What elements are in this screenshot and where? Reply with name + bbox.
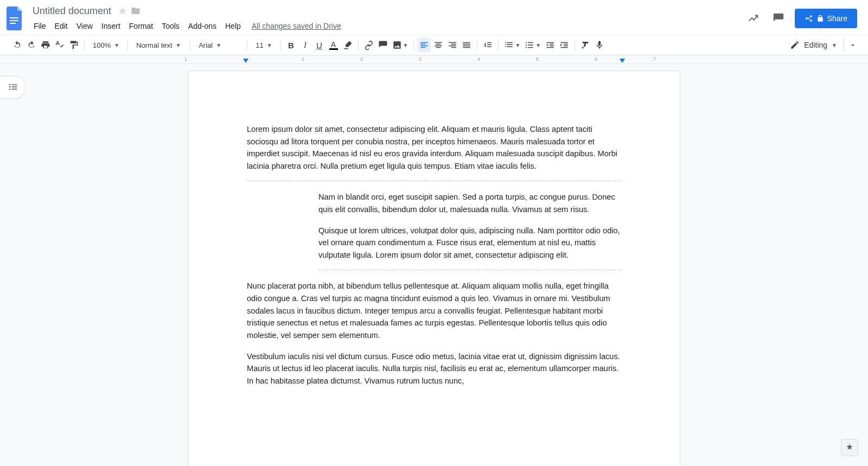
explore-button[interactable] xyxy=(841,439,858,456)
outdent-button[interactable] xyxy=(544,38,557,52)
separator xyxy=(477,40,477,50)
ruler-tick: 7 xyxy=(653,56,656,62)
chevron-down-icon: ▼ xyxy=(832,42,837,48)
style-select[interactable]: Normal text▼ xyxy=(132,38,186,52)
section-break xyxy=(318,270,621,270)
comments-icon[interactable] xyxy=(770,10,787,27)
numbered-list-button[interactable]: ▼ xyxy=(502,38,522,52)
separator xyxy=(84,40,85,50)
align-right-button[interactable] xyxy=(446,38,459,52)
font-select[interactable]: Arial▼ xyxy=(194,38,243,52)
folder-icon[interactable] xyxy=(131,6,141,16)
menubar: File Edit View Insert Format Tools Add-o… xyxy=(29,18,745,34)
workspace: 1 1 2 3 4 5 6 7 Lorem ipsum dolor sit am… xyxy=(0,55,868,466)
ruler-tick: 1 xyxy=(302,56,304,62)
chevron-down-icon: ▼ xyxy=(515,42,520,48)
header-right: Share xyxy=(745,9,864,28)
svg-rect-2 xyxy=(10,23,16,24)
link-button[interactable] xyxy=(362,38,375,52)
svg-point-5 xyxy=(526,44,527,46)
menu-format[interactable]: Format xyxy=(125,20,157,33)
ruler-tick: 1 xyxy=(184,56,187,62)
bulleted-list-button[interactable]: ▼ xyxy=(523,38,542,52)
chevron-down-icon: ▼ xyxy=(114,42,119,48)
separator xyxy=(127,40,128,50)
paragraph[interactable]: Quisque ut lorem ultrices, volutpat dolo… xyxy=(318,225,621,261)
ruler-tick: 6 xyxy=(595,56,597,62)
outline-toggle[interactable] xyxy=(0,76,26,99)
section-break xyxy=(247,181,621,181)
separator xyxy=(358,40,359,50)
ruler[interactable]: 1 1 2 3 4 5 6 7 xyxy=(0,55,868,64)
paragraph[interactable]: Vestibulum iaculis nisi vel dictum cursu… xyxy=(247,350,621,387)
paragraph[interactable]: Nunc placerat porta nibh, at bibendum te… xyxy=(247,280,621,341)
indent-button[interactable] xyxy=(558,38,571,52)
print-button[interactable] xyxy=(39,38,52,52)
docs-logo[interactable] xyxy=(4,4,26,33)
chevron-down-icon: ▼ xyxy=(176,42,181,48)
indent-marker-right[interactable] xyxy=(620,59,625,63)
svg-rect-1 xyxy=(10,20,18,21)
undo-button[interactable] xyxy=(11,38,24,52)
paragraph[interactable]: Lorem ipsum dolor sit amet, consectetur … xyxy=(247,123,621,172)
highlight-button[interactable] xyxy=(341,38,354,52)
toolbar: 100%▼ Normal text▼ Arial▼ 11▼ B I U A ▼ … xyxy=(0,35,868,55)
menu-addons[interactable]: Add-ons xyxy=(184,20,221,33)
menu-view[interactable]: View xyxy=(72,20,97,33)
document-page[interactable]: Lorem ipsum dolor sit amet, consectetur … xyxy=(188,71,680,466)
save-status[interactable]: All changes saved in Drive xyxy=(252,22,341,30)
line-spacing-button[interactable] xyxy=(481,38,494,52)
title-area: Untitled document File Edit View Insert … xyxy=(29,3,745,34)
svg-rect-0 xyxy=(10,17,18,18)
menu-edit[interactable]: Edit xyxy=(50,20,72,33)
chevron-down-icon: ▼ xyxy=(216,42,221,48)
menu-help[interactable]: Help xyxy=(221,20,245,33)
mode-select[interactable]: Editing ▼ xyxy=(784,40,843,50)
collapse-toolbar[interactable] xyxy=(844,38,857,52)
text-color-button[interactable]: A xyxy=(327,38,340,52)
font-size-select[interactable]: 11▼ xyxy=(251,38,276,52)
indent-marker-left[interactable] xyxy=(243,59,248,63)
separator xyxy=(575,40,575,50)
menu-tools[interactable]: Tools xyxy=(157,20,184,33)
align-center-button[interactable] xyxy=(432,38,445,52)
bold-button[interactable]: B xyxy=(285,38,298,52)
align-left-button[interactable] xyxy=(418,38,431,52)
paint-format-button[interactable] xyxy=(67,38,80,52)
svg-point-6 xyxy=(526,47,527,48)
indented-block: Nam in blandit orci, eget suscipit sapie… xyxy=(247,191,621,261)
share-button[interactable]: Share xyxy=(795,9,857,28)
menu-insert[interactable]: Insert xyxy=(97,20,125,33)
chevron-down-icon: ▼ xyxy=(535,42,541,48)
align-justify-button[interactable] xyxy=(460,38,473,52)
menu-file[interactable]: File xyxy=(29,20,50,33)
separator xyxy=(247,40,247,50)
separator xyxy=(498,40,499,50)
svg-point-4 xyxy=(526,42,527,43)
italic-button[interactable]: I xyxy=(299,38,312,52)
ruler-tick: 2 xyxy=(360,56,363,62)
document-title[interactable]: Untitled document xyxy=(29,5,114,17)
ruler-tick: 4 xyxy=(477,56,480,62)
zoom-select[interactable]: 100%▼ xyxy=(88,38,124,52)
redo-button[interactable] xyxy=(25,38,38,52)
chevron-down-icon: ▼ xyxy=(267,42,272,48)
page-scroll[interactable]: Lorem ipsum dolor sit amet, consectetur … xyxy=(0,64,868,466)
spellcheck-button[interactable] xyxy=(53,38,66,52)
separator xyxy=(190,40,190,50)
voice-typing-button[interactable] xyxy=(593,38,606,52)
image-button[interactable]: ▼ xyxy=(391,38,410,52)
paragraph[interactable]: Nam in blandit orci, eget suscipit sapie… xyxy=(318,191,621,215)
underline-button[interactable]: U xyxy=(313,38,326,52)
comment-button[interactable] xyxy=(376,38,390,52)
header: Untitled document File Edit View Insert … xyxy=(0,0,868,35)
share-label: Share xyxy=(827,14,847,23)
ruler-tick: 3 xyxy=(419,56,422,62)
chevron-down-icon: ▼ xyxy=(403,42,409,48)
separator xyxy=(280,40,281,50)
activity-icon[interactable] xyxy=(745,10,762,27)
star-icon[interactable] xyxy=(118,6,127,16)
clear-format-button[interactable] xyxy=(579,38,592,52)
separator xyxy=(413,40,414,50)
ruler-tick: 5 xyxy=(536,56,539,62)
